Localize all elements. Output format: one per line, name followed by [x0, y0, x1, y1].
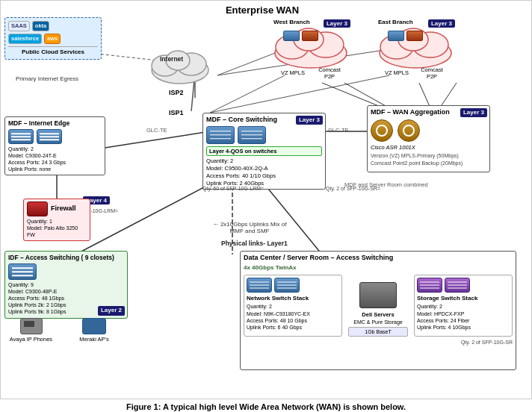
ns-qty: Quantity: 2 [247, 303, 339, 310]
ns-access: Access Ports: 48 10 Gbps [247, 317, 339, 324]
ns-model: Model: N9K-C93180YC-EX [247, 310, 339, 317]
mdf-core-qty: Quantity: 2 [206, 157, 322, 165]
primary-internet-egress-label: Primary Internet Egress [16, 75, 78, 82]
internet-cloud-svg [146, 42, 214, 87]
west-comcast-label: ComcastP2P [311, 66, 348, 80]
west-branch-cloud: West Branch Layer 3 [270, 17, 352, 69]
ss-access: Access Ports: 24 Fiber [417, 317, 510, 324]
west-vz-label: VZ MPLS [274, 69, 312, 76]
mdf-internet-access: Access Ports: 24 3 Gbps [8, 159, 102, 166]
okta-badge: okta [32, 21, 49, 31]
west-branch-label: West Branch [273, 19, 310, 25]
mdf-wan-model: Cisco ASR 1001X [371, 144, 486, 152]
mdf-internet-qty: Quantity: 2 [8, 146, 102, 152]
uplinks-note: ← 2x10Gbps Uplinks Mix of MMF and SMF [212, 221, 287, 234]
ss-qty: Quantity: 2 [417, 303, 510, 310]
salesforce-badge: salesforce [8, 34, 42, 44]
idf-qty: Quantity: 9 [8, 281, 124, 288]
east-branch-layer: Layer 3 [428, 19, 455, 28]
ss-uplink: Uplink Ports: 4 10Gbps [417, 324, 510, 331]
svg-line-6 [210, 75, 389, 113]
mdf-core-access: Access Ports: 40 1/10 Gbps [206, 172, 322, 180]
dell-servers-label: Dell Servers [348, 311, 408, 319]
ns-uplink: Uplink Ports: 6 40 Gbps [247, 324, 339, 331]
mdf-core-model: Model: C9500-40X-2Q-A [206, 165, 322, 172]
mdf-internet-model: Model: C9300-24T-E [8, 152, 102, 159]
public-cloud-box: SAAS okta salesforce aws Public Cloud Se… [4, 17, 102, 60]
meraki-ap-area: Meraki AP's [72, 318, 117, 343]
east-branch-label: East Branch [378, 19, 413, 25]
emc-label: EMC & Pure Storage [348, 319, 408, 325]
avaya-phones-area: Avaya IP Phones [7, 318, 55, 343]
network-switch-area: Network Switch Stack Quantity: 2 Model: … [244, 275, 342, 337]
physical-links-label: Physical links- Layer1 [221, 240, 288, 247]
vz-note: Verizon (VZ) MPLS-Primary (50Mbps) [371, 152, 486, 159]
mdf-internet-title: MDF – Internet Edge [8, 119, 102, 128]
firewall-qty: Quantity: 1 [27, 218, 87, 225]
twinax-label: 4x 40Gbps TwinAx [244, 264, 513, 272]
baset-label: 1Gb BaseT [348, 327, 408, 337]
mdf-server-combined: MDF and Server Room combined [344, 181, 442, 188]
mdf-wan-box: MDF – WAN Aggregation Layer 3 Cisco ASR … [367, 105, 490, 172]
east-comcast-label: ComcastP2P [413, 66, 451, 80]
public-cloud-label: Public Cloud Services [8, 46, 98, 56]
glc-te-right-label: GLC-TE [328, 127, 349, 134]
isp1-label: ISP1 [169, 109, 184, 116]
comcast-note: Comcast Point2 point Backup (20Mbps) [371, 160, 486, 166]
sfp-dc-right: Qty. 2 of SFP-10G-SR [244, 339, 513, 346]
dell-servers-area: Dell Servers EMC & Pure Storage 1Gb Base… [348, 275, 408, 337]
glc-te-left-label: GLC-TE [146, 127, 167, 134]
east-vz-label: VZ MPLS [378, 69, 415, 76]
figure-caption: Figure 1: A typical high level Wide Area… [0, 399, 532, 412]
sfp-core-left: Qty. 60 of SFP-10G-LRM= [202, 186, 264, 191]
ss-model: Model: HPDCX-FXP [417, 310, 510, 317]
idf-title: IDF – Access Switching ( 9 closets) [8, 254, 124, 262]
svg-line-8 [90, 131, 210, 150]
firewall-label: Firewall [51, 205, 76, 213]
network-switch-label: Network Switch Stack [247, 295, 339, 302]
meraki-label: Meraki AP's [72, 336, 117, 343]
east-branch-cloud: East Branch Layer 3 [374, 17, 457, 69]
mdf-wan-layer: Layer 3 [460, 108, 487, 117]
firewall-model: Model: Palo Alto 3250 FW [27, 225, 87, 238]
datacenter-box: Data Center / Server Room – Access Switc… [240, 251, 516, 370]
datacenter-title: Data Center / Server Room – Access Switc… [244, 254, 513, 263]
mdf-core-box: MDF – Core Switching Layer 3 Layer 4-QOS… [202, 113, 326, 190]
internet-cloud: Internet [146, 42, 214, 87]
diagram-container: Enterprise WAN SAAS okta salesforce aws … [0, 0, 532, 399]
mdf-internet-box: MDF – Internet Edge Quantity: 2 Model: C… [4, 116, 105, 175]
storage-switch-label: Storage Switch Stack [417, 295, 510, 302]
mdf-internet-uplink: Uplink Ports: none [8, 166, 102, 172]
mdf-core-qos: Layer 4-QOS on switches [206, 146, 322, 157]
idf-model: Model: C9300-48P-E [8, 288, 124, 295]
storage-switch-area: Storage Switch Stack Quantity: 2 Model: … [414, 275, 513, 337]
aws-badge: aws [44, 34, 61, 44]
firewall-box: Firewall Quantity: 1 Model: Palo Alto 32… [23, 199, 90, 241]
saas-badge: SAAS [8, 21, 30, 31]
idf-layer: Layer 2 [98, 306, 125, 315]
mdf-core-layer: Layer 3 [296, 116, 323, 125]
idf-access: Access Ports: 48 1Gbps [8, 295, 124, 302]
svg-line-4 [210, 75, 285, 113]
idf-box: IDF – Access Switching ( 9 closets) Quan… [4, 251, 128, 319]
avaya-label: Avaya IP Phones [7, 336, 55, 343]
isp2-label: ISP2 [169, 89, 184, 96]
main-title: Enterprise WAN [180, 4, 344, 16]
west-branch-layer: Layer 3 [324, 19, 350, 28]
internet-label: Internet [160, 55, 183, 63]
